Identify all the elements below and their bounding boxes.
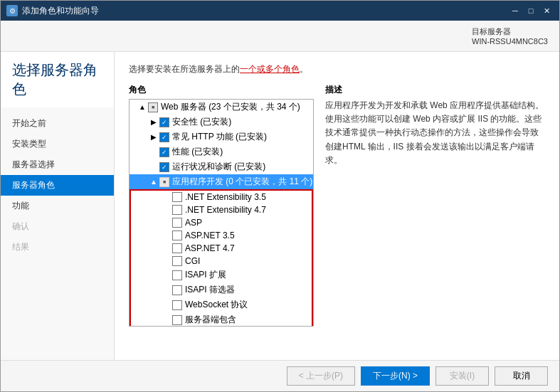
- left-panel: 选择服务器角色 开始之前 安装类型 服务器选择 服务器角色 功能 确认 结果: [1, 52, 115, 360]
- tree-item-isapi-ext[interactable]: ISAPI 扩展: [131, 267, 312, 282]
- expander-http[interactable]: ▶: [148, 133, 159, 141]
- content-area: 选择要安装在所选服务器上的一个或多个角色。 选择要安装在所选服务器上的一个或多个…: [115, 52, 559, 360]
- label-appdev: 应用程序开发 (0 个已安装，共 11 个): [172, 176, 312, 188]
- expander-security[interactable]: ▶: [148, 118, 159, 126]
- title-bar: ⚙ 添加角色和功能向导 ─ □ ✕: [1, 1, 559, 21]
- label-websocket: WebSocket 协议: [185, 299, 248, 311]
- checkbox-cgi[interactable]: [172, 256, 182, 266]
- nav-item-results: 结果: [1, 237, 114, 258]
- main-content: 选择服务器角色 开始之前 安装类型 服务器选择 服务器角色 功能 确认 结果 选…: [1, 52, 559, 360]
- install-button: 安装(I): [435, 366, 489, 386]
- checkbox-aspnet35[interactable]: [172, 231, 182, 240]
- tree-item-http[interactable]: ▶ 常见 HTTP 功能 (已安装): [130, 129, 313, 144]
- tree-item-web-server[interactable]: ▲ Web 服务器 (23 个已安装，共 34 个): [130, 100, 313, 115]
- target-server-info: 目标服务器 WIN-RSSU4MNC8C3: [472, 26, 548, 46]
- target-server-label: 目标服务器: [472, 27, 511, 36]
- instruction-highlight: 一个或多个角色: [240, 64, 300, 74]
- label-aspnet47: ASP.NET 4.7: [185, 243, 235, 253]
- window-title: 添加角色和功能向导: [22, 5, 99, 17]
- footer: < 上一步(P) 下一步(N) > 安装(I) 取消: [1, 360, 559, 391]
- desc-panel: 描述 应用程序开发为开发和承载 Web 应用程序提供基础结构。使用这些功能可以创…: [325, 84, 545, 348]
- label-net35ext: .NET Extensibility 3.5: [185, 192, 266, 202]
- checkbox-server-side[interactable]: [172, 315, 182, 325]
- label-net47ext: .NET Extensibility 4.7: [185, 205, 266, 215]
- checkbox-net35ext[interactable]: [172, 192, 182, 202]
- label-web-server: Web 服务器 (23 个已安装，共 34 个): [161, 101, 300, 113]
- columns: 角色 ▲ Web 服务器 (23 个已安装，共 34 个) ▶: [129, 84, 545, 348]
- label-perf: 性能 (已安装): [172, 146, 223, 158]
- cancel-button[interactable]: 取消: [495, 366, 548, 386]
- tree-item-aspnet35[interactable]: ASP.NET 3.5: [131, 229, 312, 242]
- tree-item-cgi[interactable]: CGI: [131, 255, 312, 267]
- nav-item-confirm: 确认: [1, 216, 114, 237]
- label-cgi: CGI: [185, 256, 200, 266]
- checkbox-asp[interactable]: [172, 218, 182, 228]
- minimize-button[interactable]: ─: [508, 4, 522, 17]
- checkbox-websocket[interactable]: [172, 300, 182, 310]
- label-server-side: 服务器端包含: [185, 314, 236, 326]
- tree-item-perf[interactable]: 性能 (已安装): [130, 144, 313, 159]
- tree-item-health[interactable]: 运行状况和诊断 (已安装): [130, 159, 313, 174]
- checkbox-perf[interactable]: [159, 147, 169, 157]
- label-security: 安全性 (已安装): [172, 116, 231, 128]
- desc-text: 应用程序开发为开发和承载 Web 应用程序提供基础结构。使用这些功能可以创建 W…: [325, 99, 545, 167]
- nav-item-server-roles[interactable]: 服务器角色: [1, 175, 114, 196]
- tree-item-net35ext[interactable]: .NET Extensibility 3.5: [131, 191, 312, 203]
- tree-item-net47ext[interactable]: .NET Extensibility 4.7: [131, 203, 312, 216]
- nav-item-before[interactable]: 开始之前: [1, 113, 114, 134]
- title-bar-left: ⚙ 添加角色和功能向导: [6, 5, 99, 17]
- checkbox-security[interactable]: [159, 117, 169, 127]
- close-button[interactable]: ✕: [539, 4, 554, 17]
- checkbox-appdev[interactable]: [159, 177, 169, 187]
- tree-item-isapi-filter[interactable]: ISAPI 筛选器: [131, 282, 312, 297]
- label-isapi-ext: ISAPI 扩展: [185, 269, 226, 281]
- checkbox-http[interactable]: [159, 132, 169, 142]
- main-window: ⚙ 添加角色和功能向导 ─ □ ✕ 目标服务器 WIN-RSSU4MNC8C3 …: [0, 0, 560, 392]
- tree-item-websocket[interactable]: WebSocket 协议: [131, 297, 312, 312]
- roles-label: 角色: [129, 84, 314, 96]
- nav-item-features[interactable]: 功能: [1, 196, 114, 216]
- desc-label: 描述: [325, 84, 545, 96]
- tree-item-asp[interactable]: ASP: [131, 216, 312, 229]
- target-server-value: WIN-RSSU4MNC8C3: [472, 37, 548, 46]
- expander-web-server[interactable]: ▲: [137, 103, 148, 111]
- nav-item-server-select[interactable]: 服务器选择: [1, 154, 114, 175]
- checkbox-aspnet47[interactable]: [172, 243, 182, 253]
- expander-appdev[interactable]: ▲: [148, 178, 159, 186]
- label-asp: ASP: [185, 218, 202, 228]
- checkbox-health[interactable]: [159, 162, 169, 172]
- next-button[interactable]: 下一步(N) >: [361, 366, 430, 386]
- nav-item-install-type[interactable]: 安装类型: [1, 134, 114, 154]
- label-isapi-filter: ISAPI 筛选器: [185, 284, 235, 296]
- label-http: 常见 HTTP 功能 (已安装): [172, 131, 267, 143]
- label-aspnet35: ASP.NET 3.5: [185, 231, 235, 240]
- nav-items: 开始之前 安装类型 服务器选择 服务器角色 功能 确认 结果: [1, 107, 114, 263]
- tree-container[interactable]: ▲ Web 服务器 (23 个已安装，共 34 个) ▶ 安全性 (已安装): [129, 99, 314, 327]
- back-button[interactable]: < 上一步(P): [287, 366, 355, 386]
- title-controls: ─ □ ✕: [508, 4, 554, 17]
- instruction-text: 选择要安装在所选服务器上的一个或多个角色。 选择要安装在所选服务器上的一个或多个…: [129, 63, 545, 75]
- roles-panel: 角色 ▲ Web 服务器 (23 个已安装，共 34 个) ▶: [129, 84, 314, 348]
- checkbox-isapi-filter[interactable]: [172, 285, 182, 295]
- page-title: 选择服务器角色: [1, 52, 114, 107]
- checkbox-net47ext[interactable]: [172, 205, 182, 215]
- maximize-button[interactable]: □: [524, 4, 538, 17]
- app-icon: ⚙: [6, 5, 18, 16]
- checkbox-isapi-ext[interactable]: [172, 270, 182, 280]
- highlight-box: .NET Extensibility 3.5 .NET Extensibilit…: [130, 189, 313, 327]
- tree-item-aspnet47[interactable]: ASP.NET 4.7: [131, 242, 312, 255]
- tree-item-appdev[interactable]: ▲ 应用程序开发 (0 个已安装，共 11 个): [130, 174, 313, 189]
- header-bar: 目标服务器 WIN-RSSU4MNC8C3: [1, 21, 559, 52]
- tree-item-security[interactable]: ▶ 安全性 (已安装): [130, 115, 313, 129]
- label-health: 运行状况和诊断 (已安装): [172, 161, 265, 173]
- checkbox-web-server[interactable]: [148, 102, 158, 112]
- tree-item-server-side[interactable]: 服务器端包含: [131, 312, 312, 327]
